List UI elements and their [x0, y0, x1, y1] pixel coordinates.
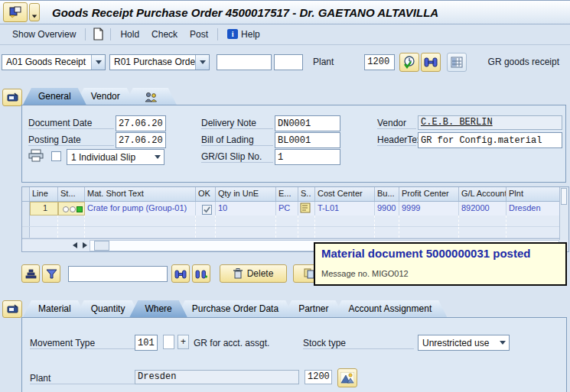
trash-icon — [233, 268, 243, 279]
plant-input[interactable] — [364, 54, 395, 70]
transaction-icon[interactable] — [3, 2, 28, 22]
row-selector[interactable] — [22, 202, 30, 215]
grid-icon — [451, 57, 464, 68]
vendor-value[interactable]: C.E.B. BERLIN — [421, 117, 493, 128]
print-slip-icon[interactable] — [28, 149, 44, 164]
filter-button[interactable] — [42, 264, 60, 283]
vendor-field[interactable]: C.E.B. BERLIN — [418, 115, 562, 130]
slip-no-input[interactable] — [275, 149, 340, 165]
item-detail-button[interactable] — [447, 53, 467, 72]
slip-dropdown[interactable]: 1 Individual Slip — [67, 149, 164, 165]
search-input[interactable] — [68, 266, 168, 282]
scrollbar-thumb[interactable] — [94, 241, 109, 251]
bus-area-cell[interactable]: 9900 — [375, 202, 399, 215]
post-button[interactable]: Post — [184, 26, 214, 43]
transaction-bar: A01 Goods Receipt R01 Purchase Order Pla… — [0, 44, 570, 79]
close-header-button[interactable] — [2, 89, 22, 106]
posting-date-input[interactable] — [116, 132, 166, 148]
show-overview-button[interactable]: Show Overview — [6, 26, 82, 43]
print-checkbox[interactable] — [51, 151, 61, 161]
po-item-input[interactable] — [274, 54, 303, 70]
cost-center-cell[interactable]: T-L01 — [315, 202, 375, 215]
qty-cell[interactable]: 10 — [216, 202, 276, 215]
col-eun[interactable]: E... — [276, 187, 298, 201]
po-number-input[interactable] — [217, 54, 272, 70]
material-cell[interactable]: Crate for pump (Group-01) — [85, 202, 196, 215]
unit-cell[interactable]: PC — [276, 202, 298, 215]
item-text-icon[interactable] — [298, 202, 315, 215]
find-button[interactable] — [171, 264, 190, 283]
where-panel: Movement Type + GR for acct. assgt. Stoc… — [21, 317, 567, 392]
movement-reason-box[interactable] — [163, 335, 174, 349]
tab-purchase-order-data[interactable]: Purchase Order Data — [177, 300, 294, 317]
plant-location-button[interactable] — [337, 368, 357, 387]
stock-type-dropdown[interactable]: Unrestricted use — [418, 335, 510, 351]
new-document-button[interactable] — [89, 26, 107, 43]
gr-caption: GR goods receipt — [488, 57, 559, 67]
title-menu-arrow[interactable] — [29, 3, 40, 21]
stock-type-value: Unrestricted use — [419, 338, 496, 348]
reference-dropdown[interactable]: R01 Purchase Order — [109, 54, 210, 70]
col-profit-center[interactable]: Profit Center — [399, 187, 459, 201]
profit-center-cell[interactable]: 9999 — [399, 202, 459, 215]
delete-button[interactable]: Delete — [220, 264, 287, 283]
tab-general[interactable]: General — [23, 88, 86, 105]
find-button[interactable] — [421, 53, 441, 72]
sort-ascending-button[interactable] — [21, 264, 40, 283]
col-plant[interactable]: Plnt — [506, 187, 560, 201]
header-text-input[interactable] — [418, 132, 562, 148]
status-traffic-light[interactable] — [58, 202, 85, 215]
printer-icon — [28, 149, 44, 162]
find-next-button[interactable] — [192, 264, 210, 283]
movement-type-input[interactable] — [135, 335, 158, 351]
help-label: Help — [241, 26, 260, 43]
col-bus-area[interactable]: Bu... — [375, 187, 399, 201]
col-ok[interactable]: OK — [196, 187, 216, 201]
filter-icon — [46, 269, 57, 279]
tab-partners[interactable] — [125, 88, 177, 105]
row-selector-header[interactable] — [22, 187, 30, 201]
plant-cell[interactable]: Dresden — [506, 202, 560, 215]
bill-of-lading-input[interactable] — [275, 132, 340, 148]
ok-checkbox[interactable] — [196, 202, 216, 215]
hold-button[interactable]: Hold — [114, 26, 145, 43]
scroll-right-button[interactable] — [80, 241, 90, 251]
tab-where[interactable]: Where — [129, 300, 187, 317]
movement-type-label: Movement Type — [30, 338, 135, 349]
gl-account-cell[interactable]: 892000 — [459, 202, 506, 215]
check-button[interactable]: Check — [145, 26, 184, 43]
tab-quantity[interactable]: Quantity — [76, 300, 141, 317]
delivery-note-input[interactable] — [275, 115, 340, 131]
action-dropdown[interactable]: A01 Goods Receipt — [2, 54, 106, 70]
line-number-cell[interactable]: 1 — [30, 202, 58, 215]
chevron-down-icon — [496, 335, 509, 350]
execute-button[interactable] — [399, 53, 419, 72]
status-green-square — [77, 206, 83, 212]
col-qty[interactable]: Qty in UnE — [216, 187, 276, 201]
col-gl-account[interactable]: G/L Account — [459, 187, 506, 201]
tab-account-assignment[interactable]: Account Assignment — [333, 300, 447, 317]
vertical-scrollbar[interactable] — [559, 187, 568, 240]
tab-material[interactable]: Material — [23, 300, 86, 317]
close-detail-button[interactable] — [2, 300, 22, 318]
header-section: General Vendor Document Date Delivery No… — [0, 83, 570, 184]
vscrollbar-thumb[interactable] — [561, 188, 567, 205]
col-material[interactable]: Mat. Short Text — [85, 187, 196, 201]
page-title: Goods Receipt Purchase Order 4500017517 … — [52, 6, 438, 19]
col-s[interactable]: S.. — [298, 187, 315, 201]
help-button[interactable]: Help — [221, 26, 266, 43]
col-status[interactable]: St... — [58, 187, 85, 201]
document-date-input[interactable] — [116, 115, 166, 131]
toolbar-separator — [85, 28, 86, 40]
col-line[interactable]: Line — [30, 187, 58, 201]
check-icon — [204, 206, 210, 213]
scroll-left-button[interactable] — [70, 241, 80, 251]
chevron-down-icon — [151, 150, 164, 164]
sort-ascending-icon — [25, 269, 37, 279]
col-cost-center[interactable]: Cost Center — [315, 187, 375, 201]
transaction-icon-glyph — [8, 6, 22, 18]
table-row[interactable]: 1 Crate for pump (Group-01) 10 PC — [22, 202, 568, 215]
plant-code-field[interactable]: 1200 — [305, 370, 332, 384]
vendor-label: Vendor — [377, 118, 416, 129]
movement-plus-button[interactable]: + — [178, 335, 189, 349]
